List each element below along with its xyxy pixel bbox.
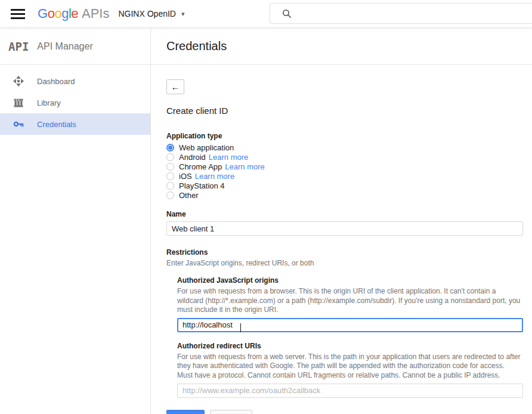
create-client-id-form: ← Create client ID Application type Web … [151, 65, 532, 414]
sidebar-item-label: Credentials [37, 120, 76, 129]
radio-label[interactable]: Other [179, 191, 199, 200]
redirect-uris-input[interactable] [177, 384, 523, 398]
logo-suffix: APIs [82, 6, 109, 21]
form-actions: Create Cancel [166, 410, 523, 414]
chevron-down-icon: ▾ [181, 10, 185, 18]
main-header: Credentials [151, 28, 532, 65]
search-box[interactable] [270, 3, 532, 24]
form-title: Create client ID [166, 106, 523, 116]
restrictions-hint: Enter JavaScript origins, redirect URIs,… [166, 259, 523, 267]
radio-label[interactable]: Android [179, 153, 206, 162]
library-icon [13, 97, 24, 108]
sidebar-nav: Dashboard Library [0, 65, 150, 135]
radio-option-playstation-4: PlayStation 4 [166, 181, 523, 190]
radio-button[interactable] [166, 182, 174, 190]
main-panel: Credentials ← Create client ID Applicati… [151, 28, 532, 414]
page-title: Credentials [166, 39, 227, 53]
radio-option-chrome-app: Chrome App Learn more [166, 162, 523, 171]
learn-more-link[interactable]: Learn more [225, 162, 264, 171]
sidebar-title: API Manager [37, 41, 92, 52]
search-input[interactable] [300, 9, 532, 18]
radio-label[interactable]: iOS [179, 172, 192, 181]
radio-option-ios: iOS Learn more [166, 171, 523, 181]
create-button[interactable]: Create [166, 410, 205, 414]
sidebar-brand: API API Manager [0, 28, 150, 65]
name-label: Name [166, 210, 523, 218]
radio-button[interactable] [166, 144, 174, 152]
sidebar-item-dashboard[interactable]: Dashboard [0, 70, 150, 92]
radio-button[interactable] [166, 163, 174, 171]
radio-option-web-application: Web application [166, 143, 523, 152]
radio-label[interactable]: PlayStation 4 [179, 181, 225, 190]
radio-label[interactable]: Web application [179, 143, 234, 152]
api-manager-logo: API [8, 40, 29, 53]
redirect-uris-description: For use with requests from a web server.… [177, 353, 522, 381]
restrictions-block: Authorized JavaScript origins For use wi… [177, 276, 523, 398]
radio-button[interactable] [166, 191, 174, 199]
project-name: NGINX OpenID [118, 9, 175, 18]
redirect-uris-label: Authorized redirect URIs [177, 342, 523, 350]
name-input[interactable] [166, 221, 523, 236]
radio-label[interactable]: Chrome App [179, 162, 222, 171]
application-type-label: Application type [166, 132, 523, 140]
sidebar-item-label: Library [37, 98, 61, 107]
restrictions-label: Restrictions [166, 248, 523, 257]
radio-button[interactable] [166, 172, 174, 180]
js-origins-description: For use with requests from a browser. Th… [177, 287, 522, 315]
dashboard-icon [13, 76, 24, 86]
text-cursor [240, 323, 241, 332]
application-type-radio-group: Web application Android Learn more Chrom… [166, 143, 523, 200]
logo-letter: g [61, 6, 69, 21]
project-selector-dropdown[interactable]: NGINX OpenID ▾ [118, 9, 184, 18]
key-icon [13, 119, 24, 129]
sidebar-item-credentials[interactable]: Credentials [0, 113, 150, 135]
radio-option-android: Android Learn more [166, 152, 523, 162]
js-origins-label: Authorized JavaScript origins [177, 276, 523, 285]
hamburger-menu-icon[interactable] [11, 9, 25, 19]
learn-more-link[interactable]: Learn more [195, 172, 234, 181]
sidebar: API API Manager Dashboard [0, 28, 151, 414]
radio-button[interactable] [166, 153, 174, 161]
back-button[interactable]: ← [166, 79, 184, 94]
logo-letter: o [54, 6, 61, 21]
top-app-bar: G o o g l e APIs NGINX OpenID ▾ [0, 0, 532, 28]
logo-letter: G [38, 6, 48, 21]
logo-letter: e [71, 6, 78, 21]
search-icon [282, 9, 292, 18]
logo-letter: o [48, 6, 55, 21]
sidebar-item-library[interactable]: Library [0, 92, 150, 113]
learn-more-link[interactable]: Learn more [209, 153, 248, 162]
cancel-button[interactable]: Cancel [210, 410, 252, 414]
google-apis-logo: G o o g l e APIs [38, 6, 109, 21]
radio-option-other: Other [166, 190, 523, 200]
js-origins-input[interactable] [177, 318, 523, 332]
back-arrow-icon: ← [171, 82, 180, 91]
sidebar-item-label: Dashboard [37, 77, 75, 86]
